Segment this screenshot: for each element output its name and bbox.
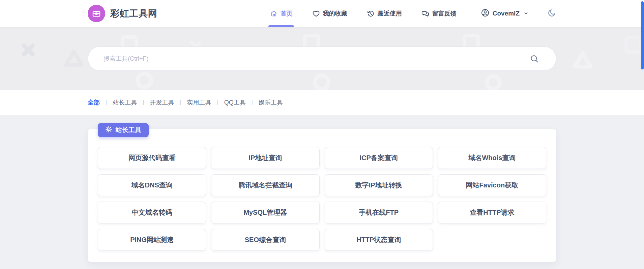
site-title: 彩虹工具网: [110, 7, 157, 20]
home-icon: [270, 10, 277, 17]
tab-separator: |: [143, 99, 144, 106]
tool-chinese-domain-encode[interactable]: 中文域名转码: [98, 202, 206, 223]
tool-view-http-request[interactable]: 查看HTTP请求: [438, 202, 546, 223]
tool-numeric-ip-conversion[interactable]: 数字IP地址转换: [325, 174, 433, 196]
tool-tencent-domain-block-check[interactable]: 腾讯域名拦截查询: [211, 174, 319, 196]
username: CovemiZ: [493, 10, 520, 17]
decor-circle-shape: [313, 73, 330, 90]
user-menu[interactable]: CovemiZ: [481, 8, 528, 19]
nav-item-home[interactable]: 首页: [270, 0, 293, 27]
tool-view-page-source[interactable]: 网页源代码查看: [98, 147, 206, 169]
nav-item-label: 最近使用: [378, 9, 402, 18]
tab-separator: |: [217, 99, 218, 106]
tool-mobile-online-ftp[interactable]: 手机在线FTP: [325, 202, 433, 223]
decor-square-shape: [624, 36, 643, 54]
category-tabs-bar: 全部 | 站长工具 | 开发工具 | 实用工具 | QQ工具 | 娱乐工具: [0, 90, 644, 115]
tab-all[interactable]: 全部: [88, 98, 100, 107]
navbar: 彩虹工具网 首页 我的收藏: [0, 0, 644, 27]
tab-dev-tools[interactable]: 开发工具: [150, 98, 174, 107]
tool-ip-address-lookup[interactable]: IP地址查询: [211, 147, 319, 169]
tab-entertainment-tools[interactable]: 娱乐工具: [259, 98, 283, 107]
search-icon[interactable]: [530, 54, 539, 63]
nav-item-feedback[interactable]: 留言反馈: [421, 0, 457, 27]
scrollbar-track: [641, 0, 644, 269]
tab-webmaster-tools[interactable]: 站长工具: [113, 98, 137, 107]
category-badge-label: 站长工具: [116, 126, 141, 134]
navbar-inner: 彩虹工具网 首页 我的收藏: [88, 0, 556, 27]
tool-icp-record-lookup[interactable]: ICP备案查询: [325, 147, 433, 169]
feedback-icon: [421, 10, 429, 18]
tools-grid: 网页源代码查看 IP地址查询 ICP备案查询 域名Whois查询 域名DNS查询…: [98, 147, 546, 251]
tool-mysql-manager[interactable]: MySQL管理器: [211, 202, 319, 223]
chevron-down-icon: [524, 10, 528, 17]
webmaster-tools-card: 站长工具 网页源代码查看 IP地址查询 ICP备案查询 域名Whois查询 域名…: [88, 129, 556, 262]
user-circle-icon: [481, 8, 490, 19]
tool-site-favicon-fetch[interactable]: 网站Favicon获取: [438, 174, 546, 196]
category-tabs: 全部 | 站长工具 | 开发工具 | 实用工具 | QQ工具 | 娱乐工具: [88, 90, 556, 115]
nav-item-recent[interactable]: 最近使用: [367, 0, 402, 27]
search-box: [88, 47, 556, 71]
toolbox-logo-icon: [88, 5, 105, 22]
decor-triangle-shape: [64, 49, 84, 68]
tab-separator: |: [106, 99, 107, 106]
heart-icon: [312, 10, 320, 18]
category-badge: 站长工具: [98, 123, 149, 137]
search-wrap: [88, 27, 556, 71]
search-input[interactable]: [88, 47, 556, 71]
hero-search-section: [0, 27, 644, 90]
nav-item-label: 留言反馈: [432, 9, 457, 18]
decor-circle-shape: [485, 74, 502, 90]
scrollbar-thumb[interactable]: [641, 1, 644, 69]
tab-qq-tools[interactable]: QQ工具: [224, 98, 246, 107]
tool-domain-whois-lookup[interactable]: 域名Whois查询: [438, 147, 546, 169]
nav-item-label: 首页: [281, 9, 293, 18]
tool-ping-speed-test[interactable]: PING网站测速: [98, 229, 206, 251]
tab-utility-tools[interactable]: 实用工具: [187, 98, 211, 107]
moon-icon: [547, 8, 556, 19]
nav-item-favorites[interactable]: 我的收藏: [312, 0, 347, 27]
nav-item-label: 我的收藏: [323, 9, 347, 18]
dark-mode-toggle[interactable]: [547, 8, 556, 19]
gear-icon: [105, 126, 112, 134]
decor-x-shape: [21, 42, 36, 59]
brand[interactable]: 彩虹工具网: [88, 5, 157, 22]
history-icon: [367, 10, 375, 18]
tool-domain-dns-lookup[interactable]: 域名DNS查询: [98, 174, 206, 196]
tool-http-status-lookup[interactable]: HTTP状态查询: [325, 229, 433, 251]
tab-separator: |: [252, 99, 253, 106]
decor-triangle-shape: [573, 51, 593, 70]
tab-separator: |: [180, 99, 181, 106]
main-content: 站长工具 网页源代码查看 IP地址查询 ICP备案查询 域名Whois查询 域名…: [0, 129, 644, 262]
decor-circle-shape: [136, 71, 153, 89]
tool-seo-comprehensive-lookup[interactable]: SEO综合查询: [211, 229, 319, 251]
nav-menu: 首页 我的收藏 最近使用: [270, 0, 457, 27]
